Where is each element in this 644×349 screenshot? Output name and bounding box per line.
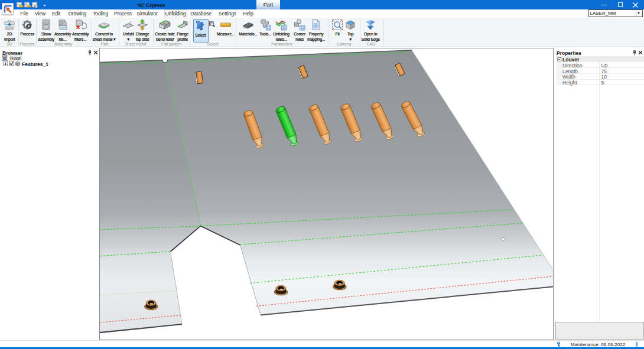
svg-text:</>: </> — [60, 26, 66, 30]
